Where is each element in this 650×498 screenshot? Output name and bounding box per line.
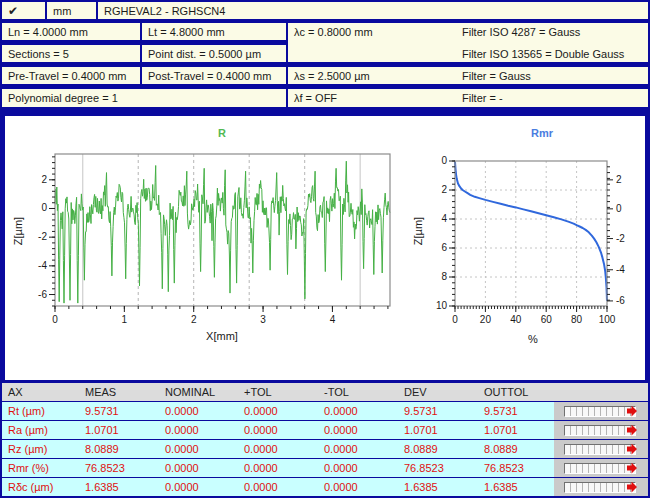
- param-post-travel: Post-Travel = 0.4000 mm: [142, 67, 286, 84]
- param-point-dist: Point dist. = 0.5000 µm: [142, 45, 286, 62]
- status-check-box[interactable]: ✔: [2, 2, 45, 19]
- r-plot: [55, 154, 390, 306]
- param-sections: Sections = 5: [2, 45, 140, 62]
- y-tick-label: 4: [441, 213, 447, 224]
- param-ls-cell: λs = 2.5000 µmFilter = Gauss: [288, 67, 648, 84]
- y-tick-label: 0: [441, 155, 447, 166]
- param-ln: Ln = 4.0000 mm: [2, 23, 140, 40]
- tolerance-bar: [554, 421, 648, 439]
- measurement-params-table: Ln = 4.0000 mm Lt = 4.8000 mm Sections =…: [2, 23, 648, 112]
- x-tick-label: 4: [330, 314, 336, 325]
- unit-label: mm: [53, 5, 71, 17]
- tolerance-bar: [554, 402, 648, 420]
- y-tick-label: 6: [441, 242, 447, 253]
- results-table: AX MEAS NOMINAL +TOL -TOL DEV OUTTOL Rt …: [2, 383, 648, 496]
- col-nominal: NOMINAL: [165, 386, 244, 398]
- param-filter-ls: Filter = Gauss: [462, 70, 531, 82]
- x-tick-label: 3: [260, 314, 266, 325]
- x-tick-label: 0: [452, 314, 458, 325]
- right-tick-label: -6: [616, 295, 625, 306]
- col-ptol: +TOL: [244, 386, 324, 398]
- right-tick-label: 0: [616, 203, 622, 214]
- y-tick-label: 0: [41, 202, 47, 213]
- param-filter-lf: Filter = -: [462, 92, 503, 104]
- col-dev: DEV: [404, 386, 484, 398]
- plot-border: [455, 161, 607, 306]
- y-tick-label: 10: [436, 300, 448, 311]
- x-tick-label: 2: [191, 314, 197, 325]
- tolerance-bar: [554, 440, 648, 458]
- col-ax: AX: [8, 386, 85, 398]
- y-tick-label: -6: [38, 289, 47, 300]
- col-meas: MEAS: [85, 386, 165, 398]
- param-filter-iso4287: Filter ISO 4287 = Gauss: [462, 26, 580, 38]
- results-header-row: AX MEAS NOMINAL +TOL -TOL DEV OUTTOL: [2, 383, 648, 401]
- param-lt: Lt = 4.8000 mm: [142, 23, 286, 40]
- roughness-profile-line: [55, 161, 390, 303]
- tolerance-bar: [554, 478, 648, 496]
- app-window: ✔ mm RGHEVAL2 - RGHSCN4 Ln = 4.0000 mm L…: [0, 0, 650, 498]
- param-ls: λs = 2.5000 µm: [294, 68, 462, 84]
- param-lf: λf = OFF: [294, 90, 462, 107]
- y-tick-label: 2: [41, 174, 47, 185]
- y-tick-label: 8: [441, 271, 447, 282]
- tolerance-groove: [564, 444, 636, 455]
- title-row: ✔ mm RGHEVAL2 - RGHSCN4: [2, 2, 648, 23]
- right-tick-label: -4: [616, 264, 625, 275]
- param-lf-cell: λf = OFFFilter = -: [288, 89, 648, 107]
- x-tick-label: 60: [541, 314, 553, 325]
- rmr-plot: [455, 161, 607, 306]
- program-title: RGHEVAL2 - RGHSCN4: [104, 5, 225, 17]
- param-filter-iso13565: Filter ISO 13565 = Double Gauss: [462, 48, 624, 60]
- plot-border: [55, 154, 390, 306]
- table-row-rz: Rz (µm)8.08890.00000.00000.00008.08898.0…: [2, 440, 648, 458]
- param-pre-travel: Pre-Travel = 0.4000 mm: [2, 67, 140, 84]
- y-tick-label: -2: [38, 231, 47, 242]
- tolerance-groove: [564, 463, 636, 474]
- x-tick-label: 0: [52, 314, 58, 325]
- x-tick-label: 100: [599, 314, 616, 325]
- right-tick-label: 2: [616, 174, 622, 185]
- x-tick-label: 80: [571, 314, 583, 325]
- col-ntol: -TOL: [324, 386, 404, 398]
- x-tick-label: 20: [480, 314, 492, 325]
- tolerance-bar: [554, 459, 648, 477]
- rmr-curve-line: [455, 162, 607, 301]
- param-lc: λc = 0.8000 mm: [294, 24, 462, 41]
- unit-box[interactable]: mm: [47, 2, 96, 19]
- y-tick-label: 2: [441, 184, 447, 195]
- table-row-rmr: Rmr (%)76.85230.00000.00000.000076.85237…: [2, 459, 648, 477]
- x-tick-label: 40: [510, 314, 522, 325]
- check-icon: ✔: [8, 4, 18, 18]
- x-tick-label: 1: [122, 314, 128, 325]
- rmr-axes: [449, 161, 613, 312]
- tolerance-groove: [564, 406, 636, 417]
- program-title-box: RGHEVAL2 - RGHSCN4: [98, 2, 648, 19]
- table-row-rt: Rt (µm)9.57310.00000.00000.00009.57319.5…: [2, 402, 648, 420]
- table-row-ra: Ra (µm)1.07010.00000.00000.00001.07011.0…: [2, 421, 648, 439]
- r-axes: [49, 157, 388, 312]
- y-tick-label: -4: [38, 260, 47, 271]
- table-row-rdc: Rδc (µm)1.63850.00000.00000.00001.63851.…: [2, 478, 648, 496]
- tolerance-groove: [564, 425, 636, 436]
- param-polynomial: Polynomial degree = 1: [2, 89, 286, 107]
- rmr-curve-chart: 020406080100024681020-2-4-6: [406, 120, 648, 372]
- col-outtol: OUTTOL: [484, 386, 556, 398]
- right-tick-label: -2: [616, 233, 625, 244]
- tolerance-groove: [564, 482, 636, 493]
- param-lc-cell: λc = 0.8000 mmFilter ISO 4287 = Gauss Fi…: [288, 23, 648, 62]
- r-profile-chart: 0123420-2-4-6: [8, 120, 400, 372]
